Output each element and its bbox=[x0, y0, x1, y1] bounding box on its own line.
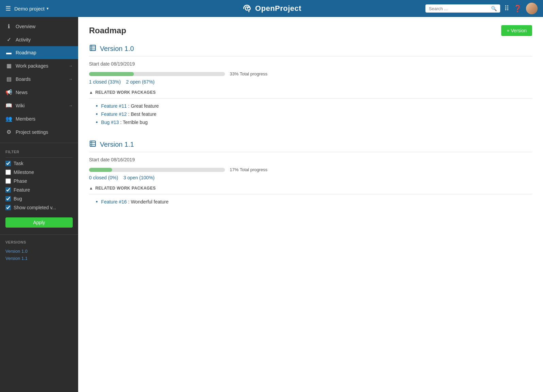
sidebar-version-link-10[interactable]: Version 1.0 bbox=[5, 248, 73, 255]
phase-checkbox[interactable] bbox=[5, 178, 11, 184]
sidebar-item-boards[interactable]: ▤ Boards → bbox=[0, 72, 78, 86]
search-input[interactable] bbox=[429, 6, 489, 11]
version-10-progress-container: 33% Total progress bbox=[89, 71, 532, 76]
sidebar-item-workpackages[interactable]: ▦ Work packages → bbox=[0, 59, 78, 72]
members-icon: 👥 bbox=[5, 115, 12, 122]
boards-icon: ▤ bbox=[5, 76, 12, 82]
version-10-header: Version 1.0 bbox=[89, 44, 532, 53]
sidebar-wiki-label: Wiki bbox=[16, 103, 65, 108]
work-package-11: Feature #11: Great feature bbox=[89, 102, 532, 110]
version-card-11: Version 1.1 Start date 08/16/2019 17% To… bbox=[89, 140, 532, 206]
version-10-progress-fill bbox=[89, 72, 134, 76]
search-box[interactable]: 🔍 bbox=[425, 4, 500, 13]
main-layout: ℹ Overview ✓ Activity ▬ Roadmap ▦ Work p… bbox=[0, 17, 543, 392]
sidebar-item-projectsettings[interactable]: ⚙ Project settings bbox=[0, 125, 78, 139]
wp-link-16[interactable]: Feature #16 bbox=[101, 199, 127, 204]
sidebar-navigation: ℹ Overview ✓ Activity ▬ Roadmap ▦ Work p… bbox=[0, 17, 78, 141]
top-navigation: ☰ Demo project ▾ OpenProject 🔍 ⠿ ❓ bbox=[0, 0, 543, 17]
hamburger-icon[interactable]: ☰ bbox=[5, 5, 11, 12]
version-11-progress-container: 17% Total progress bbox=[89, 167, 532, 172]
sidebar-version-link-11[interactable]: Version 1.1 bbox=[5, 255, 73, 262]
version-10-related-header[interactable]: ▲ RELATED WORK PACKAGES bbox=[89, 90, 532, 95]
sidebar-overview-label: Overview bbox=[16, 24, 73, 29]
milestone-label[interactable]: Milestone bbox=[14, 170, 34, 175]
work-package-16: Feature #16: Wonderful feature bbox=[89, 198, 532, 206]
wp-link-11[interactable]: Feature #11 bbox=[101, 103, 127, 109]
version-10-progress-label: 33% Total progress bbox=[230, 71, 267, 76]
task-checkbox[interactable] bbox=[5, 161, 11, 166]
openproject-logo-icon bbox=[242, 3, 252, 14]
showcompleted-label[interactable]: Show completed v... bbox=[14, 205, 56, 210]
filter-title: FILTER bbox=[5, 150, 73, 154]
wp-desc-11: : Great feature bbox=[128, 103, 159, 109]
bug-label[interactable]: Bug bbox=[14, 196, 22, 201]
wiki-icon: 📖 bbox=[5, 102, 12, 109]
add-version-button[interactable]: + Version bbox=[501, 25, 532, 36]
version-card-10: Version 1.0 Start date 08/19/2019 33% To… bbox=[89, 44, 532, 126]
milestone-checkbox[interactable] bbox=[5, 170, 11, 175]
page-title: Roadmap bbox=[89, 26, 126, 35]
svg-rect-0 bbox=[90, 45, 95, 51]
sidebar-item-members[interactable]: 👥 Members bbox=[0, 112, 78, 125]
task-label[interactable]: Task bbox=[14, 161, 23, 166]
workpackages-icon: ▦ bbox=[5, 63, 12, 69]
help-icon[interactable]: ❓ bbox=[513, 4, 522, 13]
sidebar-item-wiki[interactable]: 📖 Wiki → bbox=[0, 99, 78, 112]
collapse-icon-10: ▲ bbox=[89, 90, 93, 95]
page-header: Roadmap + Version bbox=[89, 25, 532, 36]
sidebar-item-overview[interactable]: ℹ Overview bbox=[0, 20, 78, 33]
version-11-related-header[interactable]: ▲ RELATED WORK PACKAGES bbox=[89, 186, 532, 191]
sidebar-divider-1 bbox=[0, 143, 78, 143]
version-10-title[interactable]: Version 1.0 bbox=[100, 45, 134, 53]
boards-arrow-icon: → bbox=[69, 77, 73, 82]
version-10-related-section: ▲ RELATED WORK PACKAGES Feature #11: Gre… bbox=[89, 90, 532, 126]
wp-link-12[interactable]: Feature #12 bbox=[101, 111, 127, 117]
showcompleted-checkbox[interactable] bbox=[5, 205, 11, 210]
sidebar-item-activity[interactable]: ✓ Activity bbox=[0, 33, 78, 46]
filter-feature[interactable]: Feature bbox=[5, 185, 73, 194]
version-10-open-count[interactable]: 2 open (67%) bbox=[126, 79, 155, 85]
filter-showcompleted[interactable]: Show completed v... bbox=[5, 203, 73, 212]
bug-checkbox[interactable] bbox=[5, 196, 11, 201]
project-selector[interactable]: Demo project ▾ bbox=[14, 6, 49, 12]
version-11-open-count[interactable]: 3 open (100%) bbox=[123, 175, 155, 180]
sidebar-boards-label: Boards bbox=[16, 76, 65, 82]
apply-button[interactable]: Apply bbox=[5, 217, 73, 228]
version-11-related-divider bbox=[89, 194, 532, 194]
version-10-divider bbox=[89, 56, 532, 56]
filter-bug[interactable]: Bug bbox=[5, 194, 73, 203]
collapse-icon-11: ▲ bbox=[89, 186, 93, 191]
sidebar-item-news[interactable]: 📢 News bbox=[0, 86, 78, 99]
version-11-start-date: Start date 08/16/2019 bbox=[89, 157, 532, 162]
grid-icon[interactable]: ⠿ bbox=[504, 4, 509, 13]
filter-task[interactable]: Task bbox=[5, 159, 73, 168]
search-icon: 🔍 bbox=[491, 6, 497, 11]
sidebar: ℹ Overview ✓ Activity ▬ Roadmap ▦ Work p… bbox=[0, 17, 78, 392]
version-10-cube-icon bbox=[89, 44, 97, 53]
workpackages-arrow-icon: → bbox=[69, 64, 73, 68]
filter-phase[interactable]: Phase bbox=[5, 177, 73, 185]
wp-desc-12: : Best feature bbox=[128, 111, 156, 117]
filter-milestone[interactable]: Milestone bbox=[5, 168, 73, 177]
version-10-progress-bar bbox=[89, 72, 225, 76]
version-11-progress-bar bbox=[89, 168, 225, 172]
roadmap-icon: ▬ bbox=[5, 50, 12, 56]
wp-link-13[interactable]: Bug #13 bbox=[101, 120, 119, 125]
version-11-progress-label: 17% Total progress bbox=[230, 167, 267, 172]
openproject-logo-text: OpenProject bbox=[255, 4, 301, 13]
version-11-title[interactable]: Version 1.1 bbox=[100, 141, 134, 148]
sidebar-item-roadmap[interactable]: ▬ Roadmap bbox=[0, 46, 78, 59]
version-11-progress-fill bbox=[89, 168, 112, 172]
version-11-cube-icon bbox=[89, 140, 97, 149]
phase-label[interactable]: Phase bbox=[14, 178, 27, 184]
version-11-header: Version 1.1 bbox=[89, 140, 532, 149]
feature-label[interactable]: Feature bbox=[14, 187, 30, 193]
version-10-related-divider bbox=[89, 98, 532, 99]
version-11-stats: 0 closed (0%) 3 open (100%) bbox=[89, 175, 532, 180]
version-10-closed-count[interactable]: 1 closed (33%) bbox=[89, 79, 121, 85]
sidebar-divider-2 bbox=[0, 234, 78, 235]
version-11-closed-count[interactable]: 0 closed (0%) bbox=[89, 175, 118, 180]
avatar[interactable] bbox=[526, 3, 538, 14]
feature-checkbox[interactable] bbox=[5, 187, 11, 193]
version-11-divider bbox=[89, 152, 532, 152]
